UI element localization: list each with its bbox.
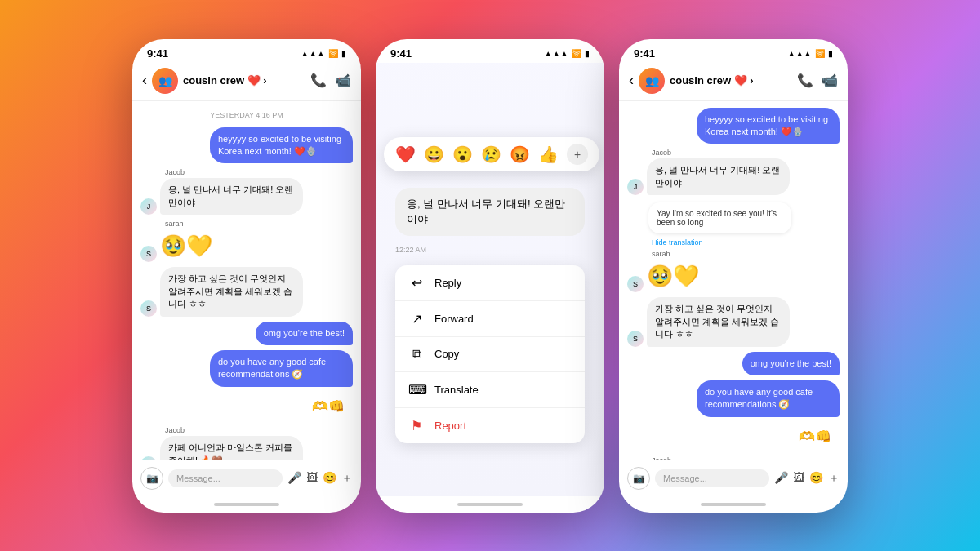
group-name-left: cousin crew ❤️ ›: [183, 74, 310, 87]
bubble-sarah-text[interactable]: 가장 하고 싶은 것이 무엇인지 알려주시면 계획을 세워보겠 습니다 ㅎㅎ: [160, 267, 303, 316]
msg-jacob-1: Jacob J 응, 널 만나서 너무 기대돼! 오랜만이야: [140, 168, 353, 215]
context-translate[interactable]: ⌨ Translate: [395, 372, 585, 408]
copy-icon: ⧉: [408, 347, 425, 362]
image-icon-r[interactable]: 🖼: [793, 471, 804, 486]
status-icons-middle: ▲▲▲ 🛜 ▮: [544, 49, 590, 58]
group-avatar-right: 👥: [639, 68, 665, 94]
chat-header-left: ‹ 👥 cousin crew ❤️ › 📞 📹: [132, 63, 361, 101]
bubble-sent-r1[interactable]: heyyyy so excited to be visiting Korea n…: [697, 108, 840, 144]
camera-button-left[interactable]: 📷: [140, 467, 163, 490]
reaction-thumbs[interactable]: 👍: [538, 144, 559, 164]
bubble-jacob-1[interactable]: 응, 널 만나서 너무 기대돼! 오랜만이야: [160, 178, 303, 215]
hide-translation-btn[interactable]: Hide translation: [652, 238, 840, 247]
msg-sent-r2: omg you're the best!: [627, 352, 840, 375]
context-forward[interactable]: ↗ Forward: [395, 301, 585, 337]
phone-middle: 9:41 ▲▲▲ 🛜 ▮ ❤️ 😀 😮 😢 😡 👍 + 응, 널 만나서 너무 …: [376, 39, 604, 513]
reaction-smile[interactable]: 😀: [424, 144, 444, 164]
input-actions-left: 🎤 🖼 😊 ＋: [287, 471, 353, 486]
selected-message: 응, 널 만나서 너무 기대돼! 오랜만이야: [395, 188, 585, 236]
wifi-icon-m: 🛜: [572, 49, 581, 58]
translate-icon: ⌨: [408, 382, 425, 398]
msg-sent-3: do you have any good cafe recommendation…: [140, 350, 353, 387]
bubble-sent-3[interactable]: do you have any good cafe recommendation…: [210, 350, 353, 387]
date-label: YESTERDAY 4:16 PM: [140, 111, 353, 119]
msg-sarah-emoji-r: sarah S 🥹💛: [627, 250, 840, 292]
sender-sarah: sarah: [165, 220, 184, 228]
msg-sarah-text: S 가장 하고 싶은 것이 무엇인지 알려주시면 계획을 세워보겠 습니다 ㅎㅎ: [140, 267, 353, 316]
context-translate-label: Translate: [434, 384, 479, 396]
sarah-avatar-2: S: [140, 300, 157, 317]
bubble-jacob-r1[interactable]: 응, 널 만나서 너무 기대돼! 오랜만이야: [647, 158, 790, 195]
group-name-right: cousin crew ❤️ ›: [670, 74, 797, 87]
phone-icon-right[interactable]: 📞: [797, 73, 813, 88]
reply-icon: ↩: [408, 275, 425, 291]
signal-icon: ▲▲▲: [301, 49, 325, 58]
plus-icon-r[interactable]: ＋: [828, 471, 840, 486]
bubble-jacob-2[interactable]: 카페 어니언과 마일스톤 커피를 좋아해! 🔥🤎: [160, 436, 303, 459]
bubble-sarah-emoji[interactable]: 🥹💛: [160, 229, 212, 262]
context-copy[interactable]: ⧉ Copy: [395, 337, 585, 372]
camera-button-right[interactable]: 📷: [627, 467, 650, 490]
msg-jacob-r1: Jacob J 응, 널 만나서 너무 기대돼! 오랜만이야: [627, 149, 840, 195]
reaction-angry[interactable]: 😡: [510, 144, 530, 164]
msg-sarah-text-r: S 가장 하고 싶은 것이 무엇인지 알려주시면 계획을 세워보겠 습니다 ㅎㅎ: [627, 297, 840, 346]
msg-sent-emoji-r: 🫶👊: [627, 422, 840, 451]
bubble-sent-1[interactable]: heyyyy so excited to be visiting Korea n…: [210, 127, 353, 164]
jacob-avatar-1: J: [140, 198, 157, 215]
bubble-sent-emoji-r[interactable]: 🫶👊: [791, 422, 840, 451]
reaction-plus-button[interactable]: +: [567, 144, 588, 165]
bubble-sent-emoji[interactable]: 🫶👊: [304, 392, 353, 421]
reaction-heart[interactable]: ❤️: [395, 144, 416, 164]
signal-icon-m: ▲▲▲: [544, 49, 568, 58]
battery-icon-r: ▮: [828, 49, 833, 58]
input-row-left: 📷 Message... 🎤 🖼 😊 ＋: [132, 460, 361, 496]
plus-icon[interactable]: ＋: [341, 471, 353, 486]
context-reply-label: Reply: [434, 277, 461, 289]
signal-icon-r: ▲▲▲: [787, 49, 812, 58]
back-button-right[interactable]: ‹: [629, 72, 634, 89]
bubble-sarah-text-r[interactable]: 가장 하고 싶은 것이 무엇인지 알려주시면 계획을 세워보겠 습니다 ㅎㅎ: [647, 297, 790, 346]
home-indicator-left: [132, 496, 361, 513]
context-copy-label: Copy: [434, 348, 459, 360]
message-input-right[interactable]: Message...: [655, 469, 769, 487]
wifi-icon: 🛜: [328, 49, 338, 58]
sender-sarah-r: sarah: [652, 250, 670, 258]
input-actions-right: 🎤 🖼 😊 ＋: [774, 471, 840, 486]
translation-bubble: Yay I'm so excited to see you! It's been…: [648, 202, 791, 233]
input-row-right: 📷 Message... 🎤 🖼 😊 ＋: [619, 460, 848, 496]
back-button-left[interactable]: ‹: [142, 72, 147, 89]
context-report-label: Report: [434, 420, 466, 432]
video-icon-right[interactable]: 📹: [822, 73, 838, 88]
messages-area-left: YESTERDAY 4:16 PM heyyyy so excited to b…: [132, 101, 361, 460]
time-label-middle: 12:22 AM: [384, 244, 596, 256]
header-actions-left: 📞 📹: [310, 73, 351, 88]
context-reply[interactable]: ↩ Reply: [395, 265, 585, 301]
phone-left: 9:41 ▲▲▲ 🛜 ▮ ‹ 👥 cousin crew ❤️ › 📞 📹 YE…: [132, 39, 361, 513]
sticker-icon-r[interactable]: 😊: [809, 471, 823, 486]
msg-sarah-emoji: sarah S 🥹💛: [140, 220, 353, 262]
sticker-icon[interactable]: 😊: [323, 471, 336, 486]
bubble-sent-r3[interactable]: do you have any good cafe recommendation…: [697, 380, 840, 417]
header-actions-right: 📞 📹: [797, 73, 838, 88]
bubble-sent-2[interactable]: omg you're the best!: [256, 322, 353, 345]
reaction-wow[interactable]: 😮: [452, 144, 473, 164]
msg-jacob-2: Jacob J 카페 어니언과 마일스톤 커피를 좋아해! 🔥🤎: [140, 426, 353, 459]
reaction-cry[interactable]: 😢: [481, 144, 501, 164]
image-icon[interactable]: 🖼: [306, 471, 318, 486]
sender-jacob-r1: Jacob: [652, 149, 671, 157]
context-report[interactable]: ⚑ Report: [395, 408, 585, 443]
msg-sent-2: omg you're the best!: [140, 322, 353, 345]
phone-right: 9:41 ▲▲▲ 🛜 ▮ ‹ 👥 cousin crew ❤️ › 📞 📹 he…: [619, 39, 848, 513]
message-input-left[interactable]: Message...: [168, 469, 283, 487]
mic-icon-r[interactable]: 🎤: [774, 471, 788, 486]
bubble-sent-r2[interactable]: omg you're the best!: [742, 352, 840, 375]
msg-sent-emoji: 🫶👊: [140, 392, 353, 421]
jacob-avatar-r1: J: [627, 179, 644, 195]
mic-icon[interactable]: 🎤: [287, 471, 301, 486]
bubble-sarah-emoji-r[interactable]: 🥹💛: [647, 260, 699, 292]
video-icon-left[interactable]: 📹: [335, 73, 351, 88]
phone-icon-left[interactable]: 📞: [310, 73, 327, 88]
sarah-avatar-r: S: [627, 276, 644, 292]
chat-header-right: ‹ 👥 cousin crew ❤️ › 📞 📹: [619, 63, 848, 101]
sender-jacob-1: Jacob: [165, 168, 185, 176]
